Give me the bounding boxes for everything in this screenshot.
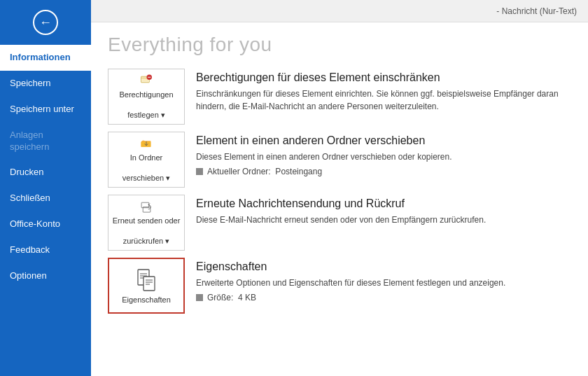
card-sub-label-ordner: Aktueller Ordner: Posteingang <box>207 167 322 176</box>
back-circle-icon[interactable]: ← <box>33 10 58 35</box>
card-title-berechtigungen: Berechtigungen für dieses Element einsch… <box>196 71 571 84</box>
card-sub-eigenschaften: Größe: 4 KB <box>196 293 571 302</box>
sidebar: ← InformationenSpeichernSpeichern unterA… <box>0 0 91 376</box>
card-info-eigenschaften: EigenschaftenErweiterte Optionen und Eig… <box>196 258 571 302</box>
card-desc-eigenschaften: Erweiterte Optionen und Eigenschaften fü… <box>196 277 571 289</box>
sidebar-item-anlagen-speichern: Anlagen speichern <box>0 123 91 160</box>
back-button[interactable]: ← <box>0 0 91 45</box>
card-berechtigungen: Berechtigungenfestlegen ▾Berechtigungen … <box>108 69 571 125</box>
icon-label-erneut: zurückrufen ▾ <box>123 236 170 246</box>
sidebar-item-drucken[interactable]: Drucken <box>0 160 91 186</box>
card-desc-ordner: Dieses Element in einen anderen Ordner v… <box>196 151 571 163</box>
back-arrow-icon: ← <box>39 15 52 30</box>
sidebar-item-informationen[interactable]: Informationen <box>0 45 91 71</box>
card-icon-eigenschaften[interactable]: Eigenschaften <box>108 258 185 314</box>
icon-label-berechtigungen: festlegen ▾ <box>127 110 165 120</box>
sidebar-item-optionen[interactable]: Optionen <box>0 263 91 289</box>
main-content: - Nachricht (Nur-Text) Everything for yo… <box>91 0 588 376</box>
card-info-ordner: Element in einen anderen Ordner verschie… <box>196 132 571 176</box>
card-desc-berechtigungen: Einschränkungen für dieses Element einri… <box>196 88 571 113</box>
icon-label-erneut: Erneut senden oder <box>113 216 181 225</box>
card-icon-ordner[interactable]: In Ordnerverschieben ▾ <box>108 132 185 188</box>
card-title-ordner: Element in einen anderen Ordner verschie… <box>196 134 571 147</box>
sidebar-item-speichern[interactable]: Speichern <box>0 71 91 97</box>
page-title: Everything for you <box>108 34 571 56</box>
sidebar-item-office-konto[interactable]: Office-Konto <box>0 211 91 237</box>
icon-label-berechtigungen: Berechtigungen <box>119 90 173 99</box>
title-bar: - Nachricht (Nur-Text) <box>91 0 588 22</box>
icon-label-ordner: verschieben ▾ <box>122 173 170 183</box>
icon-label-eigenschaften: Eigenschaften <box>122 295 171 305</box>
card-info-berechtigungen: Berechtigungen für dieses Element einsch… <box>196 69 571 113</box>
card-icon-erneut[interactable]: Erneut senden oderzurückrufen ▾ <box>108 195 185 251</box>
card-sub-ordner: Aktueller Ordner: Posteingang <box>196 167 571 176</box>
card-sub-square-ordner <box>196 168 203 175</box>
sidebar-item-feedback[interactable]: Feedback <box>0 237 91 263</box>
sidebar-item-speichern-unter[interactable]: Speichern unter <box>0 97 91 123</box>
card-info-erneut: Erneute Nachrichtensendung und RückrufDi… <box>196 195 571 226</box>
card-sub-square-eigenschaften <box>196 294 203 301</box>
svg-rect-13 <box>144 277 155 291</box>
card-title-erneut: Erneute Nachrichtensendung und Rückruf <box>196 197 571 210</box>
card-ordner: In Ordnerverschieben ▾Element in einen a… <box>108 132 571 188</box>
card-icon-berechtigungen[interactable]: Berechtigungenfestlegen ▾ <box>108 69 185 125</box>
sidebar-item-schliessen[interactable]: Schließen <box>0 186 91 211</box>
content-area: Everything for you Berechtigungenfestleg… <box>91 22 588 376</box>
card-sub-label-eigenschaften: Größe: 4 KB <box>207 293 256 302</box>
svg-rect-5 <box>141 141 151 146</box>
card-eigenschaften: EigenschaftenEigenschaftenErweiterte Opt… <box>108 258 571 314</box>
card-desc-erneut: Diese E-Mail-Nachricht erneut senden ode… <box>196 214 571 226</box>
title-bar-text: - Nachricht (Nur-Text) <box>496 6 577 16</box>
card-erneut: Erneut senden oderzurückrufen ▾Erneute N… <box>108 195 571 251</box>
card-title-eigenschaften: Eigenschaften <box>196 260 571 273</box>
icon-label-ordner: In Ordner <box>130 153 162 162</box>
